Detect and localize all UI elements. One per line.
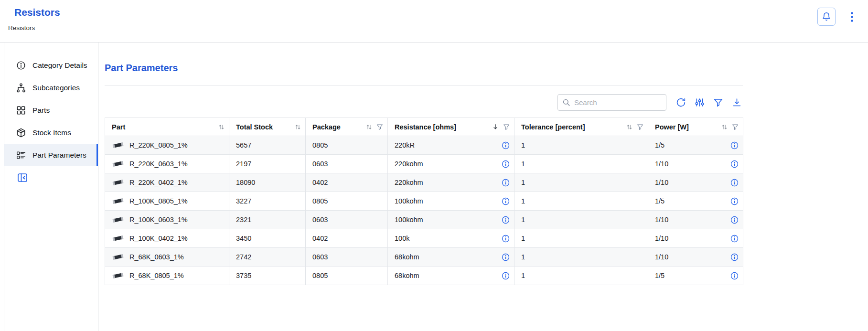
column-header-part[interactable]: Part xyxy=(105,118,229,136)
collapse-sidebar-button[interactable] xyxy=(17,172,28,183)
resistance-value: 68kohm xyxy=(395,253,419,261)
info-icon[interactable] xyxy=(502,160,510,168)
part-name: R_220K_0805_1% xyxy=(129,141,188,149)
table-row[interactable]: R_68K_0603_1% 2742 0603 68kohm 1 1/10 xyxy=(105,248,743,267)
column-filter-icon[interactable] xyxy=(637,124,643,130)
sidebar-item-parts[interactable]: Parts xyxy=(4,99,98,121)
sidebar-item-category-details[interactable]: Category Details xyxy=(4,54,98,76)
total-stock-value: 5657 xyxy=(236,141,251,149)
refresh-button[interactable] xyxy=(675,96,687,108)
table-row[interactable]: R_100K_0603_1% 2321 0603 100kohm 1 1/10 xyxy=(105,211,743,229)
part-name: R_220K_0402_1% xyxy=(129,179,188,186)
column-header-resistance[interactable]: Resistance [ohms] xyxy=(388,118,514,136)
sort-icon[interactable] xyxy=(366,124,372,130)
column-label: Part xyxy=(112,123,125,131)
package-icon xyxy=(16,128,26,138)
page-header: Resistors Resistors xyxy=(0,0,868,43)
download-icon xyxy=(732,97,742,107)
info-icon[interactable] xyxy=(502,272,510,280)
table-row[interactable]: R_220K_0402_1% 18090 0402 220kohm 1 1/10 xyxy=(105,173,743,192)
column-header-power[interactable]: Power [W] xyxy=(648,118,743,136)
info-icon[interactable] xyxy=(502,253,510,261)
column-header-total-stock[interactable]: Total Stock xyxy=(229,118,306,136)
info-icon[interactable] xyxy=(502,179,510,187)
resistor-thumbnail-icon xyxy=(112,216,124,224)
total-stock-value: 18090 xyxy=(236,179,255,186)
power-value: 1/10 xyxy=(655,179,668,186)
tolerance-value: 1 xyxy=(521,160,525,168)
info-icon[interactable] xyxy=(502,197,510,205)
column-filter-icon[interactable] xyxy=(376,124,383,130)
search-icon xyxy=(562,98,571,107)
power-value: 1/5 xyxy=(655,197,664,205)
sort-icon[interactable] xyxy=(218,124,225,130)
resistor-thumbnail-icon xyxy=(112,197,124,205)
power-value: 1/10 xyxy=(655,216,668,224)
main-panel: Part Parameters xyxy=(98,43,868,331)
total-stock-value: 2197 xyxy=(236,160,251,168)
filter-button[interactable] xyxy=(712,96,724,108)
notifications-button[interactable] xyxy=(817,8,836,26)
total-stock-value: 2742 xyxy=(236,253,251,261)
kebab-menu-icon xyxy=(851,12,853,22)
sort-icon[interactable] xyxy=(626,124,632,130)
info-icon[interactable] xyxy=(730,160,739,168)
column-header-package[interactable]: Package xyxy=(306,118,388,136)
table-row[interactable]: R_100K_0805_1% 3227 0805 100kohm 1 1/5 xyxy=(105,192,743,211)
info-icon[interactable] xyxy=(730,179,739,187)
sort-desc-icon[interactable] xyxy=(492,123,499,130)
sidebar-item-subcategories[interactable]: Subcategories xyxy=(4,76,98,99)
table-body: R_220K_0805_1% 5657 0805 220kR 1 1/5 xyxy=(105,136,743,285)
resistance-value: 100kohm xyxy=(395,216,423,224)
info-icon[interactable] xyxy=(730,235,739,243)
column-label: Package xyxy=(312,123,341,131)
download-button[interactable] xyxy=(730,96,743,108)
info-icon[interactable] xyxy=(730,197,739,205)
part-name: R_100K_0402_1% xyxy=(129,235,188,242)
total-stock-value: 3450 xyxy=(236,235,251,242)
package-value: 0603 xyxy=(312,216,328,224)
tolerance-value: 1 xyxy=(521,179,525,186)
package-value: 0805 xyxy=(312,197,328,205)
search-input[interactable] xyxy=(574,98,662,107)
column-settings-button[interactable] xyxy=(693,96,706,108)
column-filter-icon[interactable] xyxy=(732,124,739,130)
resistor-thumbnail-icon xyxy=(112,160,124,168)
table-row[interactable]: R_100K_0402_1% 3450 0402 100k 1 1/10 xyxy=(105,229,743,248)
info-icon[interactable] xyxy=(730,216,739,224)
sort-icon[interactable] xyxy=(721,124,728,130)
part-name: R_100K_0603_1% xyxy=(129,216,188,224)
table-toolbar xyxy=(105,94,743,111)
info-icon[interactable] xyxy=(730,272,739,280)
table-row[interactable]: R_220K_0805_1% 5657 0805 220kR 1 1/5 xyxy=(105,136,743,155)
resistance-value: 220kohm xyxy=(395,179,423,186)
sidebar: Category Details Subcategories Parts xyxy=(4,43,98,331)
info-icon[interactable] xyxy=(730,253,739,261)
package-value: 0402 xyxy=(312,235,328,242)
adjustments-icon xyxy=(695,97,705,107)
overflow-menu-button[interactable] xyxy=(848,8,856,26)
power-value: 1/10 xyxy=(655,235,668,242)
info-icon[interactable] xyxy=(502,235,510,243)
divider xyxy=(105,85,743,86)
info-icon[interactable] xyxy=(502,216,510,224)
tolerance-value: 1 xyxy=(521,141,525,149)
sort-icon[interactable] xyxy=(295,124,301,130)
tolerance-value: 1 xyxy=(521,253,525,261)
sidebar-item-stock-items[interactable]: Stock Items xyxy=(4,121,98,144)
resistor-thumbnail-icon xyxy=(112,253,124,261)
table-row[interactable]: R_220K_0603_1% 2197 0603 220kohm 1 1/10 xyxy=(105,155,743,173)
info-icon[interactable] xyxy=(730,141,739,149)
resistance-value: 220kR xyxy=(395,141,415,149)
sidebar-item-part-parameters[interactable]: Part Parameters xyxy=(4,144,98,166)
table-row[interactable]: R_68K_0805_1% 3735 0805 68kohm 1 1/5 xyxy=(105,267,743,285)
column-label: Resistance [ohms] xyxy=(395,123,456,131)
collapse-sidebar-icon xyxy=(17,172,28,183)
column-filter-icon[interactable] xyxy=(503,124,510,130)
bell-icon xyxy=(822,12,831,21)
info-icon[interactable] xyxy=(502,141,510,149)
refresh-icon xyxy=(676,97,686,107)
search-box xyxy=(557,94,666,111)
column-header-tolerance[interactable]: Tolerance [percent] xyxy=(514,118,648,136)
column-label: Tolerance [percent] xyxy=(521,123,585,131)
